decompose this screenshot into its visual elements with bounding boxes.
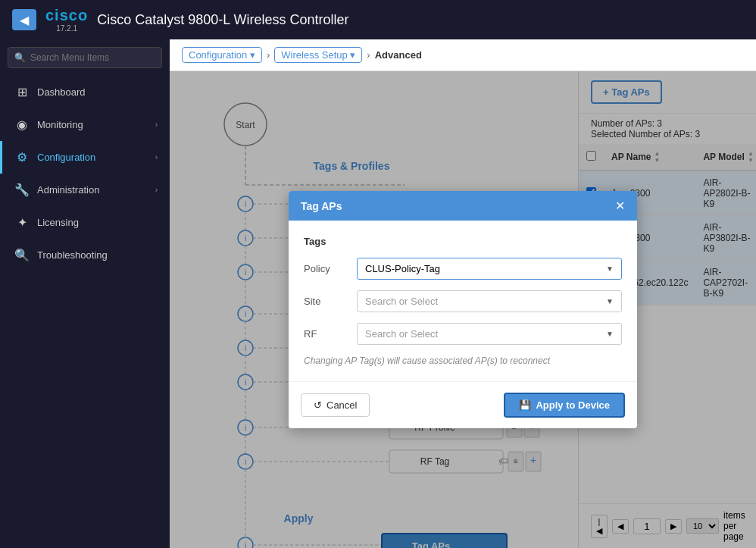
policy-dropdown[interactable]: CLUS-Policy-Tag ▼ xyxy=(357,258,622,280)
licensing-icon: ✦ xyxy=(14,215,30,230)
form-row-policy: Policy CLUS-Policy-Tag ▼ xyxy=(304,258,622,280)
site-label: Site xyxy=(304,296,349,307)
dashboard-icon: ⊞ xyxy=(14,85,30,99)
cisco-logo: cisco 17.2.1 xyxy=(45,7,88,33)
rf-dropdown[interactable]: Search or Select ▼ xyxy=(357,323,622,345)
sidebar-item-label: Monitoring xyxy=(37,119,148,130)
form-row-rf: RF Search or Select ▼ xyxy=(304,323,622,345)
sidebar-item-label: Dashboard xyxy=(37,86,158,98)
search-input[interactable] xyxy=(30,52,155,63)
refresh-icon: ↺ xyxy=(314,399,322,411)
modal-title: Tag APs xyxy=(301,200,342,212)
configuration-icon: ⚙ xyxy=(14,150,30,164)
rf-placeholder: Search or Select xyxy=(365,328,438,340)
chevron-right-icon: › xyxy=(155,121,158,129)
cancel-label: Cancel xyxy=(326,399,357,411)
search-icon: 🔍 xyxy=(14,52,26,63)
main-content: ◀ Start Tags & Profiles i xyxy=(170,71,756,548)
sidebar-item-dashboard[interactable]: ⊞ Dashboard xyxy=(0,76,170,108)
rf-label: RF xyxy=(304,328,349,340)
breadcrumb-configuration[interactable]: Configuration ▾ xyxy=(182,47,262,63)
sidebar-item-configuration[interactable]: ⚙ Configuration › xyxy=(0,141,170,174)
cisco-logo-text: cisco xyxy=(45,7,88,24)
troubleshooting-icon: 🔍 xyxy=(14,248,30,262)
sidebar-item-troubleshooting[interactable]: 🔍 Troubleshooting xyxy=(0,239,170,271)
breadcrumb-advanced: Advanced xyxy=(375,49,422,61)
sidebar-item-administration[interactable]: 🔧 Administration › xyxy=(0,174,170,206)
warning-text: Changing AP Tag(s) will cause associated… xyxy=(304,355,622,366)
chevron-right-icon: › xyxy=(155,186,158,194)
policy-value: CLUS-Policy-Tag xyxy=(365,263,440,274)
site-dropdown[interactable]: Search or Select ▼ xyxy=(357,290,622,312)
version-label: 17.2.1 xyxy=(56,24,77,33)
chevron-down-icon: ▼ xyxy=(606,297,614,305)
back-button[interactable]: ◀ xyxy=(12,9,36,30)
modal-footer: ↺ Cancel 💾 Apply to Device xyxy=(289,381,637,428)
breadcrumb-sep-2: › xyxy=(367,49,370,61)
sidebar-item-label: Troubleshooting xyxy=(37,249,158,261)
modal-header: Tag APs ✕ xyxy=(289,191,637,221)
sidebar-item-label: Configuration xyxy=(37,152,148,163)
form-row-site: Site Search or Select ▼ xyxy=(304,290,622,312)
content-area: Configuration ▾ › Wireless Setup ▾ › Adv… xyxy=(170,39,756,548)
chevron-down-icon: ▼ xyxy=(606,330,614,338)
apply-to-device-button[interactable]: 💾 Apply to Device xyxy=(504,393,625,418)
top-header: ◀ cisco 17.2.1 Cisco Catalyst 9800-L Wir… xyxy=(0,0,756,39)
sidebar-item-licensing[interactable]: ✦ Licensing xyxy=(0,206,170,239)
policy-label: Policy xyxy=(304,263,349,274)
sidebar-item-label: Administration xyxy=(37,184,148,196)
breadcrumb-wireless-setup[interactable]: Wireless Setup ▾ xyxy=(274,47,362,63)
app-title: Cisco Catalyst 9800-L Wireless Controlle… xyxy=(97,12,348,28)
modal-overlay: Tag APs ✕ Tags Policy CLUS-Policy-Tag ▼ xyxy=(170,71,756,548)
modal-body: Tags Policy CLUS-Policy-Tag ▼ Site Searc xyxy=(289,221,637,381)
breadcrumb: Configuration ▾ › Wireless Setup ▾ › Adv… xyxy=(170,39,756,71)
apply-label: Apply to Device xyxy=(536,399,610,411)
monitoring-icon: ◉ xyxy=(14,117,30,132)
search-box[interactable]: 🔍 xyxy=(8,47,162,68)
save-icon: 💾 xyxy=(519,399,531,411)
modal-close-button[interactable]: ✕ xyxy=(615,199,625,213)
breadcrumb-sep-1: › xyxy=(267,49,270,61)
chevron-down-icon: ▼ xyxy=(606,265,614,273)
sidebar: 🔍 ⊞ Dashboard ◉ Monitoring › ⚙ Configura… xyxy=(0,39,170,548)
site-placeholder: Search or Select xyxy=(365,296,438,307)
tag-aps-modal: Tag APs ✕ Tags Policy CLUS-Policy-Tag ▼ xyxy=(289,191,637,428)
sidebar-item-monitoring[interactable]: ◉ Monitoring › xyxy=(0,108,170,141)
modal-section-label: Tags xyxy=(304,236,622,247)
sidebar-item-label: Licensing xyxy=(37,217,158,228)
cancel-button[interactable]: ↺ Cancel xyxy=(301,393,370,417)
chevron-right-icon: › xyxy=(155,153,158,161)
administration-icon: 🔧 xyxy=(14,183,30,197)
